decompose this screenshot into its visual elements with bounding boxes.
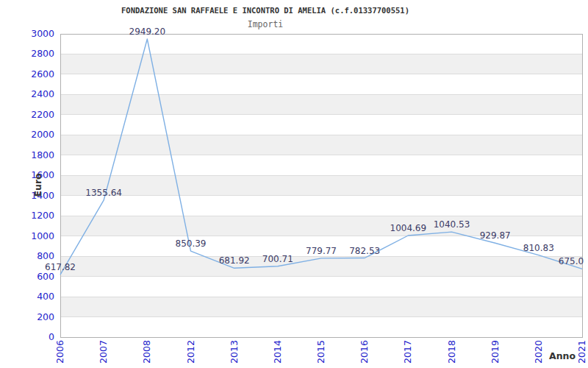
x-tick-label: 2007 (98, 336, 110, 368)
y-tick-label: 800 (0, 250, 54, 262)
y-tick-label: 200 (0, 311, 54, 323)
data-point-label: 850.39 (176, 238, 207, 249)
x-tick-label: 2019 (490, 336, 501, 368)
y-tick-label: 2000 (0, 129, 54, 141)
x-tick-label: 2012 (185, 336, 197, 368)
x-axis-title: Anno (549, 350, 576, 361)
x-tick-label: 2013 (229, 336, 240, 368)
x-tick-label: 2021 (576, 336, 588, 368)
x-tick-label: 2017 (402, 336, 414, 368)
data-point-label: 675.0 (559, 256, 584, 266)
y-tick-label: 2400 (0, 88, 54, 100)
data-point-label: 1004.69 (390, 223, 427, 233)
y-tick-label: 1400 (0, 190, 54, 202)
data-point-label: 700.71 (262, 254, 293, 264)
y-tick-label: 2600 (0, 68, 54, 80)
plot-band (60, 256, 582, 276)
y-tick-label: 2200 (0, 109, 54, 121)
y-tick-label: 1800 (0, 149, 54, 161)
data-point-label: 810.83 (523, 243, 554, 253)
plot-band (60, 94, 582, 114)
y-tick-label: 1600 (0, 169, 54, 181)
x-tick-label: 2018 (446, 336, 458, 368)
plot-area (0, 0, 588, 368)
data-point-label: 779.77 (306, 246, 337, 256)
x-tick-label: 2016 (359, 336, 370, 368)
plot-band (60, 175, 582, 195)
y-tick-label: 2800 (0, 48, 54, 60)
y-tick-label: 0 (0, 331, 54, 343)
y-axis-title: Euro (32, 174, 43, 197)
y-tick-label: 1200 (0, 210, 54, 222)
data-point-label: 1355.64 (85, 188, 122, 198)
plot-band (60, 297, 582, 316)
data-point-label: 2949.20 (129, 26, 166, 37)
data-point-label: 681.92 (219, 255, 250, 266)
y-tick-label: 3000 (0, 28, 54, 40)
data-point-label: 782.53 (349, 246, 380, 256)
y-tick-label: 400 (0, 291, 54, 302)
x-tick-label: 2006 (54, 336, 66, 368)
x-tick-label: 2008 (141, 336, 153, 368)
x-tick-label: 2015 (315, 336, 327, 368)
plot-band (60, 135, 582, 155)
x-tick-label: 2020 (533, 336, 545, 368)
data-point-label: 617.82 (45, 262, 76, 272)
chart: FONDAZIONE SAN RAFFAELE E INCONTRO DI AM… (0, 0, 588, 368)
y-tick-label: 1000 (0, 230, 54, 242)
data-point-label: 929.87 (480, 230, 511, 241)
data-point-label: 1040.53 (434, 219, 470, 230)
x-tick-label: 2014 (272, 336, 284, 368)
